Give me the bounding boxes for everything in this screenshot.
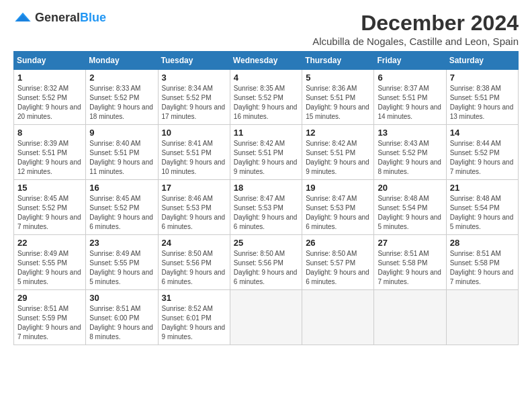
- day-number: 21: [450, 183, 515, 193]
- day-cell-11: 11 Sunrise: 8:42 AM Sunset: 5:51 PM Dayl…: [230, 125, 302, 180]
- day-cell-12: 12 Sunrise: 8:42 AM Sunset: 5:51 PM Dayl…: [302, 125, 374, 180]
- logo: GeneralBlue: [13, 11, 106, 25]
- day-info: Sunrise: 8:48 AM Sunset: 5:54 PM Dayligh…: [450, 194, 515, 232]
- day-cell-28: 28 Sunrise: 8:51 AM Sunset: 5:58 PM Dayl…: [446, 235, 518, 290]
- day-cell-3: 3 Sunrise: 8:34 AM Sunset: 5:52 PM Dayli…: [158, 70, 230, 125]
- week-row-5: 29 Sunrise: 8:51 AM Sunset: 5:59 PM Dayl…: [14, 290, 519, 345]
- day-number: 9: [89, 128, 154, 138]
- day-cell-24: 24 Sunrise: 8:50 AM Sunset: 5:56 PM Dayl…: [158, 235, 230, 290]
- day-cell-25: 25 Sunrise: 8:50 AM Sunset: 5:56 PM Dayl…: [230, 235, 302, 290]
- day-number: 31: [162, 293, 226, 303]
- day-info: Sunrise: 8:34 AM Sunset: 5:52 PM Dayligh…: [162, 84, 226, 122]
- day-cell-20: 20 Sunrise: 8:48 AM Sunset: 5:54 PM Dayl…: [374, 180, 446, 235]
- col-tuesday: Tuesday: [158, 52, 230, 70]
- day-info: Sunrise: 8:50 AM Sunset: 5:56 PM Dayligh…: [162, 249, 226, 287]
- calendar-table: Sunday Monday Tuesday Wednesday Thursday…: [13, 51, 519, 345]
- day-info: Sunrise: 8:36 AM Sunset: 5:51 PM Dayligh…: [306, 84, 370, 122]
- week-row-1: 1 Sunrise: 8:32 AM Sunset: 5:52 PM Dayli…: [14, 70, 519, 125]
- day-number: 2: [89, 73, 154, 83]
- day-number: 5: [306, 73, 370, 83]
- day-number: 26: [306, 238, 370, 248]
- week-row-3: 15 Sunrise: 8:45 AM Sunset: 5:52 PM Dayl…: [14, 180, 519, 235]
- day-cell-19: 19 Sunrise: 8:47 AM Sunset: 5:53 PM Dayl…: [302, 180, 374, 235]
- day-number: 29: [17, 293, 82, 303]
- day-cell-18: 18 Sunrise: 8:47 AM Sunset: 5:53 PM Dayl…: [230, 180, 302, 235]
- day-number: 10: [162, 128, 226, 138]
- day-cell-9: 9 Sunrise: 8:40 AM Sunset: 5:51 PM Dayli…: [86, 125, 158, 180]
- day-cell-8: 8 Sunrise: 8:39 AM Sunset: 5:51 PM Dayli…: [14, 125, 86, 180]
- day-info: Sunrise: 8:37 AM Sunset: 5:51 PM Dayligh…: [378, 84, 442, 122]
- day-cell-21: 21 Sunrise: 8:48 AM Sunset: 5:54 PM Dayl…: [446, 180, 518, 235]
- day-number: 4: [234, 73, 298, 83]
- day-info: Sunrise: 8:42 AM Sunset: 5:51 PM Dayligh…: [234, 139, 298, 177]
- col-friday: Friday: [374, 52, 446, 70]
- day-number: 12: [306, 128, 370, 138]
- day-number: 14: [450, 128, 515, 138]
- day-info: Sunrise: 8:32 AM Sunset: 5:52 PM Dayligh…: [17, 84, 82, 122]
- day-number: 7: [450, 73, 515, 83]
- empty-cell: [374, 290, 446, 345]
- day-cell-26: 26 Sunrise: 8:50 AM Sunset: 5:57 PM Dayl…: [302, 235, 374, 290]
- day-info: Sunrise: 8:48 AM Sunset: 5:54 PM Dayligh…: [378, 194, 442, 232]
- day-number: 25: [234, 238, 298, 248]
- day-info: Sunrise: 8:50 AM Sunset: 5:57 PM Dayligh…: [306, 249, 370, 287]
- day-cell-23: 23 Sunrise: 8:49 AM Sunset: 5:55 PM Dayl…: [86, 235, 158, 290]
- header-row: Sunday Monday Tuesday Wednesday Thursday…: [14, 52, 519, 70]
- day-number: 17: [162, 183, 226, 193]
- logo-text-blue: Blue: [80, 11, 106, 24]
- day-cell-31: 31 Sunrise: 8:52 AM Sunset: 6:01 PM Dayl…: [158, 290, 230, 345]
- col-monday: Monday: [86, 52, 158, 70]
- day-cell-30: 30 Sunrise: 8:51 AM Sunset: 6:00 PM Dayl…: [86, 290, 158, 345]
- day-number: 24: [162, 238, 226, 248]
- day-number: 1: [17, 73, 82, 83]
- month-title: December 2024: [312, 11, 519, 36]
- week-row-2: 8 Sunrise: 8:39 AM Sunset: 5:51 PM Dayli…: [14, 125, 519, 180]
- day-info: Sunrise: 8:40 AM Sunset: 5:51 PM Dayligh…: [89, 139, 154, 177]
- empty-cell: [230, 290, 302, 345]
- day-cell-13: 13 Sunrise: 8:43 AM Sunset: 5:52 PM Dayl…: [374, 125, 446, 180]
- title-block: December 2024 Alcubilla de Nogales, Cast…: [312, 11, 519, 47]
- day-info: Sunrise: 8:51 AM Sunset: 6:00 PM Dayligh…: [89, 304, 154, 342]
- day-info: Sunrise: 8:35 AM Sunset: 5:52 PM Dayligh…: [234, 84, 298, 122]
- day-info: Sunrise: 8:41 AM Sunset: 5:51 PM Dayligh…: [162, 139, 226, 177]
- day-cell-10: 10 Sunrise: 8:41 AM Sunset: 5:51 PM Dayl…: [158, 125, 230, 180]
- day-cell-6: 6 Sunrise: 8:37 AM Sunset: 5:51 PM Dayli…: [374, 70, 446, 125]
- day-number: 28: [450, 238, 515, 248]
- day-info: Sunrise: 8:46 AM Sunset: 5:53 PM Dayligh…: [162, 194, 226, 232]
- day-info: Sunrise: 8:51 AM Sunset: 5:59 PM Dayligh…: [17, 304, 82, 342]
- day-cell-16: 16 Sunrise: 8:45 AM Sunset: 5:52 PM Dayl…: [86, 180, 158, 235]
- day-info: Sunrise: 8:52 AM Sunset: 6:01 PM Dayligh…: [162, 304, 226, 342]
- day-cell-22: 22 Sunrise: 8:49 AM Sunset: 5:55 PM Dayl…: [14, 235, 86, 290]
- day-number: 16: [89, 183, 154, 193]
- day-cell-7: 7 Sunrise: 8:38 AM Sunset: 5:51 PM Dayli…: [446, 70, 518, 125]
- day-cell-4: 4 Sunrise: 8:35 AM Sunset: 5:52 PM Dayli…: [230, 70, 302, 125]
- day-info: Sunrise: 8:38 AM Sunset: 5:51 PM Dayligh…: [450, 84, 515, 122]
- day-number: 22: [17, 238, 82, 248]
- header: GeneralBlue December 2024 Alcubilla de N…: [13, 11, 519, 47]
- day-number: 15: [17, 183, 82, 193]
- day-info: Sunrise: 8:49 AM Sunset: 5:55 PM Dayligh…: [17, 249, 82, 287]
- day-number: 30: [89, 293, 154, 303]
- day-number: 13: [378, 128, 442, 138]
- day-number: 27: [378, 238, 442, 248]
- day-info: Sunrise: 8:33 AM Sunset: 5:52 PM Dayligh…: [89, 84, 154, 122]
- day-number: 3: [162, 73, 226, 83]
- day-info: Sunrise: 8:45 AM Sunset: 5:52 PM Dayligh…: [17, 194, 82, 232]
- day-cell-5: 5 Sunrise: 8:36 AM Sunset: 5:51 PM Dayli…: [302, 70, 374, 125]
- day-info: Sunrise: 8:50 AM Sunset: 5:56 PM Dayligh…: [234, 249, 298, 287]
- day-number: 6: [378, 73, 442, 83]
- day-number: 23: [89, 238, 154, 248]
- empty-cell: [302, 290, 374, 345]
- day-info: Sunrise: 8:47 AM Sunset: 5:53 PM Dayligh…: [234, 194, 298, 232]
- week-row-4: 22 Sunrise: 8:49 AM Sunset: 5:55 PM Dayl…: [14, 235, 519, 290]
- col-sunday: Sunday: [14, 52, 86, 70]
- day-info: Sunrise: 8:47 AM Sunset: 5:53 PM Dayligh…: [306, 194, 370, 232]
- empty-cell: [446, 290, 518, 345]
- day-cell-29: 29 Sunrise: 8:51 AM Sunset: 5:59 PM Dayl…: [14, 290, 86, 345]
- day-cell-27: 27 Sunrise: 8:51 AM Sunset: 5:58 PM Dayl…: [374, 235, 446, 290]
- day-cell-17: 17 Sunrise: 8:46 AM Sunset: 5:53 PM Dayl…: [158, 180, 230, 235]
- logo-text-general: General: [35, 11, 80, 24]
- day-cell-2: 2 Sunrise: 8:33 AM Sunset: 5:52 PM Dayli…: [86, 70, 158, 125]
- day-info: Sunrise: 8:43 AM Sunset: 5:52 PM Dayligh…: [378, 139, 442, 177]
- day-info: Sunrise: 8:51 AM Sunset: 5:58 PM Dayligh…: [378, 249, 442, 287]
